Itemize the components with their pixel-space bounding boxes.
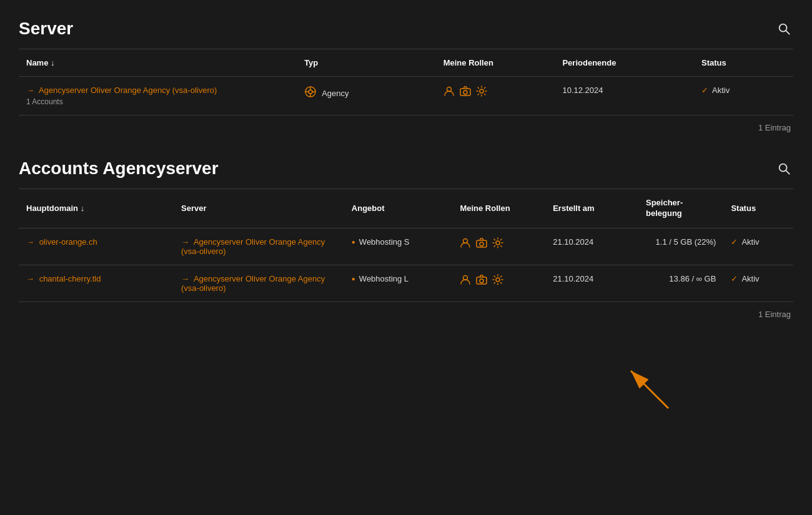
svg-point-3: [309, 90, 312, 94]
accounts-table-body: → oliver-orange.ch → Agencyserver Oliver…: [19, 228, 793, 302]
roles-cell-content-1: [460, 237, 538, 251]
camera-icon-svg: [476, 274, 487, 285]
svg-point-17: [480, 242, 483, 246]
svg-line-1: [786, 31, 790, 34]
server-table-header: Name ↓ Typ Meine Rollen Periodenende Sta…: [19, 49, 793, 77]
gear-role-icon-a2[interactable]: [492, 274, 503, 288]
svg-point-21: [480, 279, 483, 283]
camera-role-icon[interactable]: [460, 86, 471, 99]
check-icon: ✓: [731, 274, 738, 283]
user-role-icon-a2[interactable]: [460, 274, 471, 288]
status-cell-content: ✓ Aktiv: [701, 86, 786, 95]
account-server-cell-1: → Agencyserver Oliver Orange Agency (vsa…: [174, 228, 344, 265]
status-cell-content-1: ✓ Aktiv: [731, 237, 786, 247]
angebot-label-1: Webhosting S: [359, 237, 410, 247]
acol-server-header: Server: [174, 189, 344, 228]
agency-icon-svg: [304, 86, 317, 98]
gear-icon-svg: [476, 86, 487, 97]
svg-point-0: [780, 24, 787, 32]
check-icon: ✓: [701, 86, 708, 95]
camera-icon-svg: [476, 237, 487, 248]
account-domain-link-2[interactable]: chantal-cherry.tld: [39, 274, 101, 283]
camera-role-icon-a1[interactable]: [476, 237, 487, 251]
gear-icon-svg: [492, 237, 503, 248]
status-cell-content-2: ✓ Aktiv: [731, 274, 786, 283]
account-domain-cell-2: → chantal-cherry.tld: [19, 265, 174, 302]
account-angebot-cell-2: ● Webhosting L: [344, 265, 453, 302]
account-rollen-cell-2: [452, 265, 545, 302]
account-domain-cell-1: → oliver-orange.ch: [19, 228, 174, 265]
server-periodenende-cell: 10.12.2024: [555, 77, 694, 115]
account-domain-link-1[interactable]: oliver-orange.ch: [39, 237, 97, 247]
table-row: → Agencyserver Oliver Orange Agency (vsa…: [19, 77, 793, 115]
server-rollen-cell: [436, 77, 555, 115]
account-speicher-cell-1: 1.1 / 5 GB (22%): [638, 228, 723, 265]
col-typ-header: Typ: [297, 49, 436, 77]
account-angebot-cell-1: ● Webhosting S: [344, 228, 453, 265]
acol-erstellt-header: Erstellt am: [545, 189, 638, 228]
server-typ-cell: Agency: [297, 77, 436, 115]
svg-point-11: [480, 89, 483, 93]
gear-icon-svg: [492, 274, 503, 285]
col-name-header: Name ↓: [19, 49, 297, 77]
acol-hauptdomain-header: Hauptdomain ↓: [19, 189, 174, 228]
accounts-search-button[interactable]: [775, 159, 793, 178]
user-icon-svg: [460, 274, 471, 285]
dot-icon: ●: [352, 275, 355, 282]
account-server-link-2[interactable]: Agencyserver Oliver Orange Agency (vsa-o…: [181, 274, 325, 293]
table-row: → oliver-orange.ch → Agencyserver Oliver…: [19, 228, 793, 265]
accounts-entry-count: 1 Eintrag: [758, 310, 791, 319]
angebot-cell-content: ● Webhosting S: [352, 237, 445, 247]
accounts-section-header: Accounts Agencyserver: [19, 159, 793, 189]
acol-speicher-header: Speicher-belegung: [638, 189, 723, 228]
check-icon: ✓: [731, 237, 738, 247]
server-section: Server Name ↓ Typ Meine Rollen Periodene…: [19, 19, 793, 140]
speicher-header-text: Speicher-belegung: [646, 198, 683, 218]
acol-angebot-header: Angebot: [344, 189, 453, 228]
account-server-link-1[interactable]: Agencyserver Oliver Orange Agency (vsa-o…: [181, 237, 325, 256]
account-speicher-cell-2: 13.86 / ∞ GB: [638, 265, 723, 302]
server-entry-count: 1 Eintrag: [758, 123, 791, 132]
server-name-cell: → Agencyserver Oliver Orange Agency (vsa…: [19, 77, 297, 115]
account-server-cell-2: → Agencyserver Oliver Orange Agency (vsa…: [174, 265, 344, 302]
acol-rollen-header: Meine Rollen: [452, 189, 545, 228]
account-erstellt-cell-2: 21.10.2024: [545, 265, 638, 302]
arrow-prefix-icon: →: [26, 237, 34, 247]
server-name-link[interactable]: Agencyserver Oliver Orange Agency (vsa-o…: [39, 86, 217, 95]
account-status-cell-2: ✓ Aktiv: [723, 265, 793, 302]
gear-role-icon[interactable]: [476, 86, 487, 99]
server-typ-label: Agency: [322, 89, 349, 98]
accounts-section-title: Accounts Agencyserver: [19, 159, 219, 179]
server-search-button[interactable]: [775, 19, 793, 38]
table-row: → chantal-cherry.tld → Agencyserver Oliv…: [19, 265, 793, 302]
user-role-icon[interactable]: [443, 86, 455, 99]
arrow-prefix-icon: →: [181, 274, 189, 283]
accounts-section: Accounts Agencyserver Hauptdomain ↓ Serv…: [19, 159, 793, 326]
accounts-footer: 1 Eintrag: [19, 302, 793, 326]
svg-point-18: [496, 241, 500, 245]
page-container: Server Name ↓ Typ Meine Rollen Periodene…: [0, 0, 812, 358]
server-table: Name ↓ Typ Meine Rollen Periodenende Sta…: [19, 49, 793, 115]
account-rollen-cell-1: [452, 228, 545, 265]
accounts-count: 1 Accounts: [26, 97, 289, 106]
user-icon-svg: [443, 86, 455, 97]
camera-role-icon-a2[interactable]: [476, 274, 487, 288]
accounts-search-icon: [777, 162, 791, 175]
svg-point-22: [496, 278, 500, 282]
user-role-icon-a1[interactable]: [460, 237, 471, 251]
svg-point-10: [463, 91, 467, 94]
server-section-title: Server: [19, 19, 73, 39]
server-footer: 1 Eintrag: [19, 115, 793, 140]
arrow-prefix-icon: →: [181, 237, 189, 247]
agency-type-icon: [304, 86, 317, 101]
angebot-cell-content-2: ● Webhosting L: [352, 274, 445, 283]
svg-point-13: [780, 164, 787, 172]
gear-role-icon-a1[interactable]: [492, 237, 503, 251]
accounts-table: Hauptdomain ↓ Server Angebot Meine Rolle…: [19, 189, 793, 302]
account-status-label-1: Aktiv: [741, 237, 759, 247]
roles-cell-content: [443, 86, 548, 99]
search-icon: [777, 22, 791, 36]
server-section-header: Server: [19, 19, 793, 49]
col-periodenende-header: Periodenende: [555, 49, 694, 77]
orange-arrow-annotation: [612, 358, 687, 421]
